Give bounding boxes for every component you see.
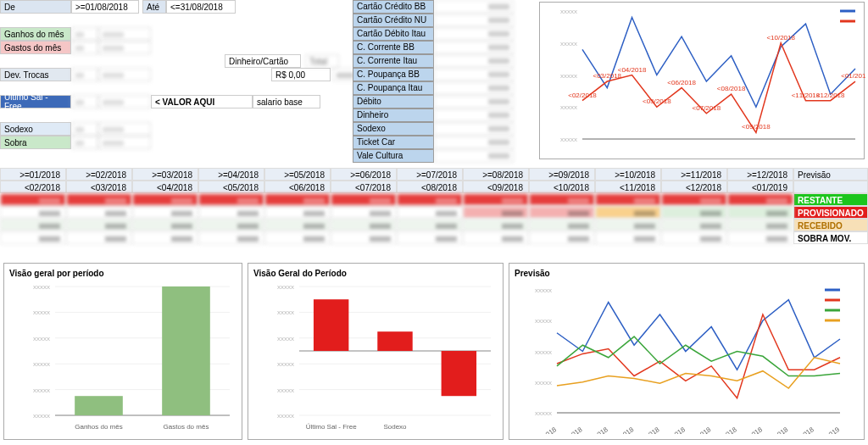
- svg-text:xxxxx: xxxxx: [33, 283, 50, 291]
- month-cell[interactable]: xxxxx: [0, 193, 66, 206]
- month-tag: RESTANTE: [793, 193, 868, 206]
- svg-text:xxxxx: xxxxx: [277, 387, 294, 394]
- pay-method-row[interactable]: Sodexo xxxxx: [353, 122, 514, 136]
- panel-title: Previsão: [515, 269, 859, 278]
- pay-method-row[interactable]: Débito xxxxx: [353, 95, 514, 108]
- month-cell[interactable]: xxxxx: [331, 206, 397, 219]
- month-cell[interactable]: xxxxx: [132, 219, 198, 231]
- month-cell[interactable]: xxxxx: [132, 231, 198, 244]
- month-cell[interactable]: xxxxx: [0, 219, 66, 231]
- svg-text:<01/2019: <01/2019: [841, 72, 865, 80]
- svg-text:Sodexo: Sodexo: [383, 423, 407, 431]
- blurred-value: xxxxx: [434, 0, 514, 14]
- month-cell[interactable]: xxxxx: [661, 193, 727, 206]
- blurred-value: xxxxx: [98, 41, 151, 54]
- filter-de-label: De: [0, 0, 71, 14]
- month-cell[interactable]: xxxxx: [264, 231, 331, 244]
- month-cell[interactable]: xxxxx: [66, 219, 132, 231]
- month-cell[interactable]: xxxxx: [595, 193, 661, 206]
- pay-method-row[interactable]: C. Poupança Itau xxxxx: [353, 81, 514, 95]
- month-header: <03/2018: [66, 181, 132, 193]
- pay-method-row[interactable]: Cartão Crédito BB xxxxx: [353, 0, 514, 14]
- blurred-value: xx: [71, 95, 98, 108]
- month-cell[interactable]: xxxxx: [727, 206, 793, 219]
- summary-ganhos-label: Ganhos do mês: [0, 27, 71, 41]
- month-cell[interactable]: xxxxx: [198, 193, 264, 206]
- blurred-value: xx: [71, 122, 98, 136]
- month-cell[interactable]: xxxxx: [0, 206, 66, 219]
- month-cell[interactable]: xxxxx: [727, 219, 793, 231]
- pay-method-row[interactable]: Cartão Débito Itau xxxxx: [353, 27, 514, 41]
- svg-text:<09/2018: <09/2018: [742, 123, 771, 131]
- filter-de-value[interactable]: >=01/08/2018: [71, 0, 139, 14]
- month-cell[interactable]: xxxxx: [595, 231, 661, 244]
- month-cell[interactable]: xxxxx: [529, 231, 595, 244]
- blurred-value: xxxxx: [98, 68, 151, 81]
- month-cell[interactable]: xxxxx: [66, 231, 132, 244]
- pay-method-row[interactable]: Ticket Car xxxxx: [353, 136, 514, 149]
- month-cell[interactable]: xxxxx: [198, 206, 264, 219]
- month-cell[interactable]: xxxxx: [727, 193, 793, 206]
- month-header: <09/2018: [463, 181, 529, 193]
- month-cell[interactable]: xxxxx: [264, 206, 331, 219]
- pay-method-row[interactable]: Cartão Crédito NU xxxxx: [353, 14, 514, 27]
- pay-method-row[interactable]: Vale Cultura xxxxx: [353, 149, 514, 163]
- svg-text:<10/2018: <10/2018: [736, 426, 764, 434]
- month-cell[interactable]: xxxxx: [727, 231, 793, 244]
- month-cell[interactable]: xxxxx: [397, 193, 463, 206]
- month-cell[interactable]: xxxxx: [264, 219, 331, 231]
- dinheiro-value[interactable]: R$ 0,00: [271, 68, 331, 81]
- month-cell[interactable]: xxxxx: [132, 193, 198, 206]
- svg-rect-35: [162, 286, 210, 415]
- month-cell[interactable]: xxxxx: [397, 206, 463, 219]
- svg-rect-54: [442, 351, 476, 396]
- month-cell[interactable]: xxxxx: [463, 231, 529, 244]
- pay-method-row[interactable]: C. Corrente Itau xxxxx: [353, 54, 514, 68]
- blurred-value: xxxxx: [434, 136, 514, 149]
- svg-text:<11/2018: <11/2018: [762, 426, 790, 434]
- svg-text:xxxxx: xxxxx: [560, 8, 577, 15]
- svg-text:<08/2018: <08/2018: [685, 426, 713, 434]
- month-header: <05/2018: [198, 181, 264, 193]
- panel-previsao: Previsão xxxxxxxxxxxxxxxxxxxxxxxxx<02/20…: [509, 263, 865, 440]
- blurred-value: xxxxx: [434, 108, 514, 122]
- month-cell[interactable]: xxxxx: [595, 206, 661, 219]
- month-cell[interactable]: xxxxx: [331, 231, 397, 244]
- svg-rect-33: [75, 396, 123, 415]
- month-cell[interactable]: xxxxx: [66, 193, 132, 206]
- month-cell[interactable]: xxxxx: [463, 193, 529, 206]
- blurred-value: xxxxx: [98, 27, 151, 41]
- month-cell[interactable]: xxxxx: [463, 219, 529, 231]
- month-cell[interactable]: xxxxx: [331, 219, 397, 231]
- blurred-value: xxxxx: [434, 27, 514, 41]
- pay-method-label: Vale Cultura: [353, 149, 434, 163]
- month-cell[interactable]: xxxxx: [331, 193, 397, 206]
- month-cell[interactable]: xxxxx: [529, 206, 595, 219]
- pay-method-row[interactable]: Dinheiro xxxxx: [353, 108, 514, 122]
- month-cell[interactable]: xxxxx: [397, 231, 463, 244]
- svg-text:xxxxx: xxxxx: [277, 309, 294, 316]
- month-cell[interactable]: xxxxx: [66, 206, 132, 219]
- month-cell[interactable]: xxxxx: [132, 206, 198, 219]
- blurred-value: xx: [71, 41, 98, 54]
- month-header-last: [793, 181, 868, 193]
- pay-method-row[interactable]: C. Poupança BB xxxxx: [353, 68, 514, 81]
- svg-text:<02/2018: <02/2018: [530, 426, 558, 434]
- svg-text:<09/2018: <09/2018: [710, 426, 738, 434]
- month-cell[interactable]: xxxxx: [529, 219, 595, 231]
- month-cell[interactable]: xxxxx: [264, 193, 331, 206]
- filter-ate-value[interactable]: <=31/08/2018: [166, 0, 236, 14]
- month-cell[interactable]: xxxxx: [661, 231, 727, 244]
- svg-text:Último Sal - Free: Último Sal - Free: [306, 423, 358, 431]
- month-cell[interactable]: xxxxx: [198, 231, 264, 244]
- month-cell[interactable]: xxxxx: [198, 219, 264, 231]
- month-cell[interactable]: xxxxx: [661, 219, 727, 231]
- month-cell[interactable]: xxxxx: [529, 193, 595, 206]
- month-cell[interactable]: xxxxx: [0, 231, 66, 244]
- month-cell[interactable]: xxxxx: [595, 219, 661, 231]
- pay-method-label: Cartão Crédito BB: [353, 0, 434, 14]
- month-cell[interactable]: xxxxx: [661, 206, 727, 219]
- month-cell[interactable]: xxxxx: [463, 206, 529, 219]
- pay-method-row[interactable]: C. Corrente BB xxxxx: [353, 41, 514, 54]
- month-cell[interactable]: xxxxx: [397, 219, 463, 231]
